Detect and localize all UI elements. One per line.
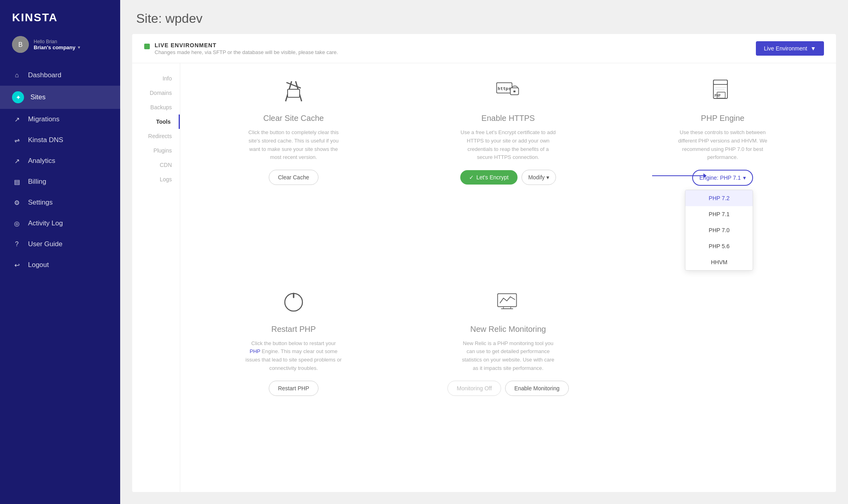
sidebar: KINSTA B Hello Brian Brian's company ▼ ⌂… — [0, 0, 120, 504]
sub-nav-logs[interactable]: Logs — [132, 172, 180, 187]
main-navigation: ⌂ Dashboard ✦ Sites ↗ Migrations ⇌ Kinst… — [0, 61, 120, 504]
sidebar-item-label: User Guide — [28, 240, 62, 248]
user-section: B Hello Brian Brian's company ▼ — [0, 32, 120, 61]
sidebar-item-billing[interactable]: ▤ Billing — [0, 171, 120, 192]
eye-icon: ◎ — [12, 219, 22, 228]
php-option-7-2[interactable]: PHP 7.2 — [685, 190, 753, 206]
sub-nav-domains[interactable]: Domains — [132, 86, 180, 100]
https-actions: ✓ Let's Encrypt Modify ▾ — [460, 170, 556, 185]
sidebar-item-dashboard[interactable]: ⌂ Dashboard — [0, 65, 120, 86]
sidebar-item-kinsta-dns[interactable]: ⇌ Kinsta DNS — [0, 130, 120, 151]
monitoring-icon — [492, 286, 524, 318]
analytics-icon: ↗ — [12, 156, 22, 166]
checkmark-icon: ✓ — [469, 174, 474, 181]
php-version-dropdown: PHP 7.2 PHP 7.1 PHP 7.0 PHP 5.6 HHVM — [685, 190, 753, 271]
php-engine-button[interactable]: Engine: PHP 7.1 ▾ — [692, 170, 753, 186]
sub-nav-backups[interactable]: Backups — [132, 100, 180, 114]
enable-monitoring-button[interactable]: Enable Monitoring — [505, 381, 569, 396]
sub-nav-plugins[interactable]: Plugins — [132, 143, 180, 158]
restart-php-button[interactable]: Restart PHP — [269, 381, 318, 396]
sidebar-item-label: Billing — [28, 178, 46, 186]
avatar: B — [12, 36, 29, 53]
svg-rect-9 — [514, 90, 516, 92]
monitoring-title: New Relic Monitoring — [470, 325, 546, 334]
arrow-indicator — [652, 175, 704, 176]
tool-monitoring: New Relic Monitoring New Relic is a PHP … — [407, 286, 610, 480]
https-desc: Use a free Let's Encrypt certificate to … — [460, 129, 556, 162]
sidebar-item-label: Settings — [28, 199, 52, 207]
php-option-5-6[interactable]: PHP 5.6 — [685, 238, 753, 254]
company-name[interactable]: Brian's company ▼ — [34, 44, 108, 50]
sidebar-item-settings[interactable]: ⚙ Settings — [0, 192, 120, 213]
chevron-down-icon: ▼ — [77, 45, 81, 50]
php-actions: Engine: PHP 7.1 ▾ PHP 7.2 — [692, 170, 753, 186]
page-title: Site: wpdev — [136, 11, 832, 26]
tool-restart-php: Restart PHP Click the button below to re… — [192, 286, 395, 480]
svg-text:https: https — [498, 86, 512, 91]
sidebar-logo: KINSTA — [0, 0, 120, 32]
clear-cache-title: Clear Site Cache — [263, 114, 324, 123]
env-title: LIVE ENVIRONMENT — [155, 42, 338, 48]
clear-cache-desc: Click the button to completely clear thi… — [246, 129, 342, 162]
svg-text:B: B — [18, 41, 23, 48]
sidebar-item-label: Dashboard — [28, 71, 61, 79]
restart-php-desc: Click the button below to restart your P… — [246, 339, 342, 373]
sub-nav-cdn[interactable]: CDN — [132, 158, 180, 172]
chevron-down-icon: ▾ — [546, 174, 549, 181]
tool-php-engine: PHP PHP Engine Use these controls to swi… — [621, 75, 824, 270]
content-body: Info Domains Backups Tools Redirects — [132, 63, 836, 492]
https-title: Enable HTTPS — [481, 114, 535, 123]
sidebar-item-analytics[interactable]: ↗ Analytics — [0, 151, 120, 171]
php-option-hhvm[interactable]: HHVM — [685, 254, 753, 270]
modify-button[interactable]: Modify ▾ — [522, 170, 556, 185]
main-content: Site: wpdev LIVE ENVIRONMENT Changes mad… — [120, 0, 848, 504]
sidebar-item-label: Logout — [28, 261, 49, 269]
php-icon: PHP — [707, 75, 739, 107]
https-icon: https — [492, 75, 524, 107]
sub-nav-tools[interactable]: Tools — [132, 114, 180, 129]
php-desc: Use these controls to switch between dif… — [675, 129, 771, 162]
tool-https: https Enable HTTPS Use a free Let's Encr… — [407, 75, 610, 270]
migrations-icon: ↗ — [12, 114, 22, 124]
clear-cache-actions: Clear Cache — [269, 170, 318, 185]
sidebar-item-sites[interactable]: ✦ Sites — [0, 86, 120, 109]
live-indicator — [144, 44, 150, 49]
sidebar-item-user-guide[interactable]: ? User Guide — [0, 234, 120, 255]
gear-icon: ⚙ — [12, 198, 22, 207]
sidebar-item-label: Kinsta DNS — [28, 136, 63, 144]
php-option-7-0[interactable]: PHP 7.0 — [685, 222, 753, 238]
lets-encrypt-button[interactable]: ✓ Let's Encrypt — [460, 170, 518, 185]
sidebar-item-logout[interactable]: ↩ Logout — [0, 255, 120, 275]
sidebar-item-label: Migrations — [28, 115, 59, 123]
monitoring-off-button[interactable]: Monitoring Off — [447, 381, 501, 396]
content-area: LIVE ENVIRONMENT Changes made here, via … — [120, 34, 848, 504]
sidebar-item-activity-log[interactable]: ◎ Activity Log — [0, 213, 120, 234]
svg-text:PHP: PHP — [715, 94, 721, 98]
guide-icon: ? — [12, 239, 22, 249]
sidebar-item-migrations[interactable]: ↗ Migrations — [0, 109, 120, 130]
svg-line-5 — [286, 82, 301, 88]
environment-dropdown-button[interactable]: Live Environment ▼ — [756, 41, 824, 56]
home-icon: ⌂ — [12, 70, 22, 80]
env-info: LIVE ENVIRONMENT Changes made here, via … — [144, 42, 338, 55]
sub-nav-redirects[interactable]: Redirects — [132, 129, 180, 143]
chevron-down-icon: ▾ — [743, 175, 746, 181]
sub-nav-info[interactable]: Info — [132, 71, 180, 86]
php-title: PHP Engine — [701, 114, 745, 123]
svg-rect-11 — [713, 80, 727, 84]
php-option-7-1[interactable]: PHP 7.1 — [685, 206, 753, 222]
clear-cache-icon — [278, 75, 310, 107]
tool-clear-cache: Clear Site Cache Click the button to com… — [192, 75, 395, 270]
content-card: LIVE ENVIRONMENT Changes made here, via … — [132, 34, 836, 492]
env-subtitle: Changes made here, via SFTP or the datab… — [155, 49, 338, 55]
page-header: Site: wpdev — [120, 0, 848, 34]
chevron-down-icon: ▼ — [810, 45, 816, 52]
monitoring-desc: New Relic is a PHP monitoring tool you c… — [460, 339, 556, 373]
sidebar-item-label: Activity Log — [28, 219, 63, 227]
arrow-head-icon — [703, 173, 707, 178]
monitoring-actions: Monitoring Off Enable Monitoring — [447, 381, 569, 396]
logout-icon: ↩ — [12, 260, 22, 270]
restart-php-icon — [278, 286, 310, 318]
restart-php-title: Restart PHP — [271, 325, 316, 334]
clear-cache-button[interactable]: Clear Cache — [269, 170, 318, 185]
